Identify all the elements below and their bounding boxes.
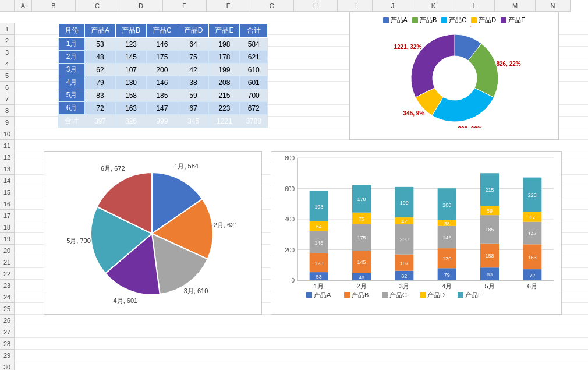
donut-legend: 产品A 产品B 产品C 产品D 产品E bbox=[350, 12, 558, 26]
svg-text:53: 53 bbox=[316, 274, 322, 280]
data-cell: 178 bbox=[209, 51, 240, 64]
col-F: F bbox=[207, 0, 250, 12]
data-cell: 185 bbox=[147, 89, 178, 102]
svg-text:163: 163 bbox=[528, 255, 537, 260]
svg-text:199: 199 bbox=[400, 200, 409, 206]
data-cell: 75 bbox=[178, 51, 209, 64]
svg-text:4月, 601: 4月, 601 bbox=[114, 297, 138, 304]
total-cell: 3788 bbox=[240, 115, 268, 128]
svg-text:59: 59 bbox=[487, 208, 493, 214]
data-cell: 199 bbox=[209, 64, 240, 76]
svg-rect-93 bbox=[382, 292, 388, 298]
row-11: 11 bbox=[0, 140, 15, 151]
total-cell: 1221 bbox=[209, 115, 240, 128]
row-15: 15 bbox=[0, 186, 15, 198]
svg-text:79: 79 bbox=[444, 272, 450, 278]
svg-text:0: 0 bbox=[291, 277, 295, 284]
svg-text:3月, 610: 3月, 610 bbox=[184, 287, 208, 294]
col-M: M bbox=[495, 0, 536, 12]
svg-rect-95 bbox=[420, 292, 426, 298]
col-A: A bbox=[15, 0, 32, 12]
svg-text:198: 198 bbox=[314, 204, 323, 210]
th-prodD: 产品D bbox=[178, 24, 209, 38]
row-22: 22 bbox=[0, 268, 15, 280]
total-cell: 826 bbox=[116, 115, 147, 128]
data-cell: 123 bbox=[116, 38, 147, 51]
data-cell: 42 bbox=[178, 64, 209, 76]
svg-text:600: 600 bbox=[285, 186, 295, 192]
col-B: B bbox=[32, 0, 76, 12]
col-H: H bbox=[294, 0, 338, 12]
total-cell: 397 bbox=[85, 115, 116, 128]
row-20: 20 bbox=[0, 245, 15, 256]
svg-text:145: 145 bbox=[357, 259, 366, 265]
svg-text:200: 200 bbox=[285, 247, 295, 253]
svg-text:800: 800 bbox=[285, 155, 295, 161]
row-21: 21 bbox=[0, 256, 15, 268]
svg-text:2月: 2月 bbox=[356, 283, 366, 290]
legend-prodC: 产品C bbox=[441, 16, 466, 24]
svg-text:83: 83 bbox=[487, 272, 493, 277]
corner-cell bbox=[0, 0, 15, 12]
legend-dot-A bbox=[383, 17, 389, 23]
col-K: K bbox=[413, 0, 454, 12]
row-17: 17 bbox=[0, 210, 15, 221]
legend-label-D: 产品D bbox=[479, 16, 496, 24]
data-cell: 72 bbox=[85, 102, 116, 115]
row-19: 19 bbox=[0, 233, 15, 245]
svg-text:200: 200 bbox=[400, 237, 409, 242]
data-cell: 67 bbox=[178, 102, 209, 115]
th-prodA: 产品A bbox=[85, 24, 116, 38]
col-G: G bbox=[250, 0, 294, 12]
legend-prodE: 产品E bbox=[501, 16, 525, 24]
month-cell: 2月 bbox=[59, 51, 85, 64]
svg-rect-89 bbox=[306, 292, 312, 298]
svg-text:1月: 1月 bbox=[314, 283, 324, 290]
col-N: N bbox=[536, 0, 571, 12]
data-cell: 601 bbox=[240, 76, 268, 89]
svg-text:208: 208 bbox=[442, 202, 451, 208]
data-cell: 53 bbox=[85, 38, 116, 51]
data-cell: 175 bbox=[147, 51, 178, 64]
svg-text:123: 123 bbox=[314, 260, 323, 266]
svg-rect-97 bbox=[458, 292, 463, 298]
data-cell: 59 bbox=[178, 89, 209, 102]
legend-dot-B bbox=[412, 17, 418, 23]
month-cell: 1月 bbox=[59, 38, 85, 51]
svg-text:67: 67 bbox=[529, 214, 535, 220]
legend-dot-C bbox=[441, 17, 447, 23]
svg-text:158: 158 bbox=[485, 253, 494, 259]
svg-text:产品C: 产品C bbox=[389, 291, 407, 298]
col-C: C bbox=[76, 0, 119, 12]
svg-text:产品E: 产品E bbox=[465, 291, 482, 298]
spreadsheet: A B C D E F G H I J K L M N 1 2 3 4 5 6 … bbox=[0, 0, 588, 370]
th-total: 合计 bbox=[240, 24, 268, 38]
svg-text:产品D: 产品D bbox=[427, 291, 445, 298]
legend-label-A: 产品A bbox=[391, 16, 408, 24]
col-I: I bbox=[338, 0, 373, 12]
row-13: 13 bbox=[0, 163, 15, 175]
svg-text:1月, 584: 1月, 584 bbox=[174, 163, 199, 170]
col-D: D bbox=[119, 0, 163, 12]
svg-text:5月: 5月 bbox=[484, 283, 494, 290]
svg-text:产品A: 产品A bbox=[314, 291, 331, 298]
total-cell: 合计 bbox=[59, 115, 85, 128]
svg-text:6月, 672: 6月, 672 bbox=[101, 165, 125, 172]
svg-text:999, 26%: 999, 26% bbox=[458, 126, 483, 128]
row-4: 4 bbox=[0, 58, 15, 70]
row-28: 28 bbox=[0, 338, 15, 350]
legend-dot-E bbox=[501, 17, 506, 23]
svg-text:175: 175 bbox=[357, 235, 366, 241]
data-cell: 672 bbox=[240, 102, 268, 115]
month-cell: 3月 bbox=[59, 64, 85, 76]
legend-prodB: 产品B bbox=[412, 16, 437, 24]
pie-svg: 1月, 5842月, 6213月, 6104月, 6015月, 7006月, 6… bbox=[44, 152, 263, 315]
legend-label-E: 产品E bbox=[508, 16, 525, 24]
row-6: 6 bbox=[0, 82, 15, 93]
svg-text:400: 400 bbox=[285, 216, 295, 223]
row-5: 5 bbox=[0, 70, 15, 82]
row-8: 8 bbox=[0, 105, 15, 117]
legend-dot-D bbox=[471, 17, 477, 23]
svg-text:1221, 32%: 1221, 32% bbox=[394, 44, 422, 50]
row-7: 7 bbox=[0, 93, 15, 105]
